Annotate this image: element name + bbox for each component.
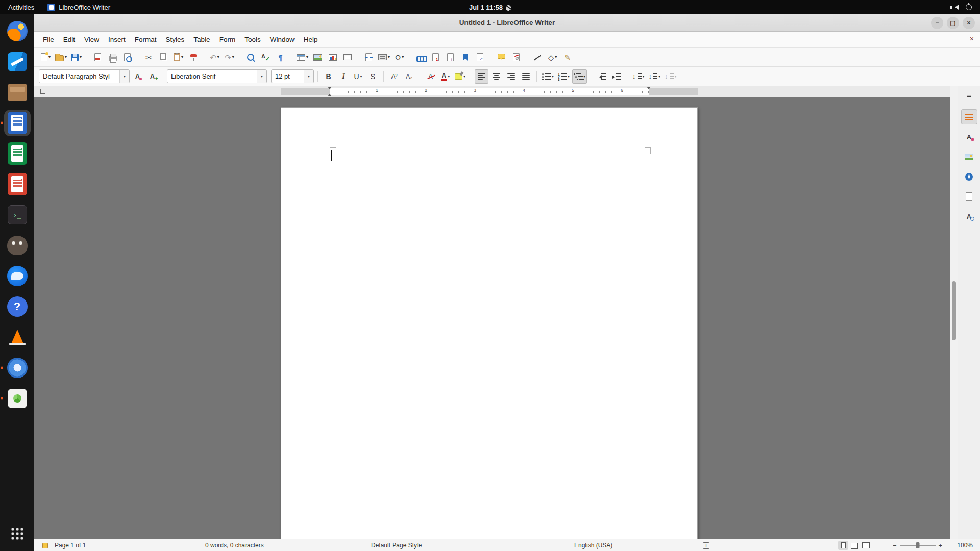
- dropdown-arrow-icon[interactable]: ▾: [304, 70, 313, 83]
- dropdown-arrow-icon[interactable]: ▾: [232, 55, 234, 59]
- insert-hyperlink-button[interactable]: [414, 50, 428, 64]
- zoom-out-icon[interactable]: −: [893, 542, 897, 549]
- new-style-button[interactable]: A: [145, 69, 159, 84]
- dropdown-arrow-icon[interactable]: ▾: [257, 70, 266, 83]
- insert-comment-button[interactable]: [495, 50, 508, 64]
- dock-libreoffice-writer[interactable]: [4, 110, 31, 136]
- dropdown-arrow-icon[interactable]: ▾: [65, 55, 67, 59]
- highlight-color-button[interactable]: ▾: [453, 69, 467, 84]
- menu-table[interactable]: Table: [189, 33, 214, 46]
- formatting-marks-button[interactable]: ¶: [274, 50, 287, 64]
- menu-edit[interactable]: Edit: [59, 33, 80, 46]
- activities-button[interactable]: Activities: [0, 0, 42, 14]
- insert-footnote-button[interactable]: [429, 50, 443, 64]
- insert-bookmark-button[interactable]: [458, 50, 472, 64]
- volume-icon[interactable]: [952, 5, 959, 10]
- dock-software-store[interactable]: [4, 385, 31, 412]
- dropdown-arrow-icon[interactable]: ▾: [119, 70, 129, 83]
- tab-stop-selector[interactable]: [40, 89, 45, 94]
- decrease-indent-button[interactable]: [595, 69, 608, 84]
- font-name-combobox[interactable]: Liberation Serif ▾: [167, 69, 267, 83]
- save-status[interactable]: [42, 539, 48, 551]
- vertical-scrollbar[interactable]: [950, 86, 958, 539]
- insert-line-button[interactable]: [531, 50, 545, 64]
- undo-button[interactable]: ↶▾: [208, 50, 222, 64]
- dropdown-arrow-icon[interactable]: ▾: [217, 55, 219, 59]
- italic-button[interactable]: I: [336, 69, 350, 84]
- update-style-button[interactable]: A: [131, 69, 144, 84]
- zoom-slider-thumb[interactable]: [916, 542, 919, 548]
- dropdown-arrow-icon[interactable]: ▾: [463, 74, 465, 79]
- menu-window[interactable]: Window: [265, 33, 299, 46]
- cut-button[interactable]: ✂: [142, 50, 156, 64]
- dock-libreoffice-impress[interactable]: [4, 171, 31, 197]
- dock-files[interactable]: [4, 79, 31, 106]
- unordered-list-button[interactable]: ▾: [541, 69, 555, 84]
- decrease-paragraph-spacing-button[interactable]: ↕▾: [663, 69, 678, 84]
- menu-form[interactable]: Form: [215, 33, 240, 46]
- left-indent-marker[interactable]: [328, 87, 332, 91]
- superscript-button[interactable]: A²: [387, 69, 401, 84]
- ordered-list-button[interactable]: ▾: [556, 69, 571, 84]
- dropdown-arrow-icon[interactable]: ▾: [181, 55, 183, 59]
- outline-format-button[interactable]: ▾: [572, 69, 587, 84]
- insert-image-button[interactable]: [311, 50, 325, 64]
- align-left-button[interactable]: [475, 69, 488, 84]
- line-spacing-button[interactable]: ↕▾: [631, 69, 646, 84]
- dropdown-arrow-icon[interactable]: ▾: [643, 74, 645, 79]
- menu-format[interactable]: Format: [130, 33, 161, 46]
- page-style[interactable]: Default Page Style: [371, 539, 422, 551]
- dropdown-arrow-icon[interactable]: ▾: [388, 55, 390, 59]
- sidebar-tab-properties[interactable]: [961, 109, 977, 124]
- sidebar-tab-page[interactable]: [961, 189, 977, 204]
- horizontal-ruler[interactable]: 1 2 3 4 5 6: [34, 86, 950, 97]
- insert-text-box-button[interactable]: [340, 50, 354, 64]
- open-button[interactable]: ▾: [54, 50, 68, 64]
- zoom-level[interactable]: 100%: [957, 539, 973, 551]
- dock-gimp[interactable]: [4, 232, 31, 259]
- show-draw-functions-button[interactable]: ✎: [560, 50, 574, 64]
- dropdown-arrow-icon[interactable]: ▾: [555, 55, 557, 59]
- dock-thunderbird[interactable]: [4, 263, 31, 289]
- left-margin-marker[interactable]: [328, 92, 332, 96]
- selection-mode[interactable]: I: [703, 539, 709, 551]
- insert-chart-button[interactable]: [326, 50, 339, 64]
- menu-file[interactable]: File: [38, 33, 59, 46]
- insert-cross-reference-button[interactable]: [473, 50, 487, 64]
- dock-vlc[interactable]: [4, 324, 31, 350]
- dropdown-arrow-icon[interactable]: ▾: [80, 55, 82, 59]
- show-applications-button[interactable]: [4, 520, 31, 547]
- font-color-button[interactable]: A▾: [438, 69, 452, 84]
- menu-tools[interactable]: Tools: [240, 33, 265, 46]
- justified-button[interactable]: [519, 69, 533, 84]
- document-page[interactable]: [281, 107, 698, 539]
- dropdown-arrow-icon[interactable]: ▾: [552, 74, 554, 79]
- dropdown-arrow-icon[interactable]: ▾: [360, 74, 362, 79]
- sidebar-tab-style-inspector[interactable]: A: [961, 209, 977, 224]
- strikethrough-button[interactable]: S: [366, 69, 380, 84]
- book-view-button[interactable]: [861, 541, 871, 550]
- zoom-in-icon[interactable]: +: [939, 542, 943, 549]
- align-right-button[interactable]: [504, 69, 518, 84]
- subscript-button[interactable]: A₂: [402, 69, 416, 84]
- sidebar-tab-gallery[interactable]: [961, 149, 977, 164]
- basic-shapes-button[interactable]: ◇▾: [546, 50, 559, 64]
- maximize-button[interactable]: ▢: [947, 17, 959, 29]
- increase-paragraph-spacing-button[interactable]: ↕▾: [647, 69, 663, 84]
- insert-endnote-button[interactable]: [444, 50, 457, 64]
- zoom-slider[interactable]: − +: [893, 539, 942, 551]
- bold-button[interactable]: B: [322, 69, 335, 84]
- find-replace-button[interactable]: [244, 50, 258, 64]
- insert-field-button[interactable]: ▾: [377, 50, 391, 64]
- clock-menu[interactable]: Jul 1 11:58: [469, 0, 511, 14]
- dropdown-arrow-icon[interactable]: ▾: [448, 74, 450, 79]
- font-size-combobox[interactable]: 12 pt ▾: [271, 69, 314, 83]
- text-language[interactable]: English (USA): [574, 539, 612, 551]
- dock-help[interactable]: ?: [4, 293, 31, 320]
- print-button[interactable]: [106, 50, 119, 64]
- redo-button[interactable]: ↷▾: [223, 50, 236, 64]
- copy-button[interactable]: [157, 50, 170, 64]
- dropdown-arrow-icon[interactable]: ▾: [568, 74, 570, 79]
- paste-button[interactable]: ▾: [172, 50, 185, 64]
- print-preview-button[interactable]: [120, 50, 134, 64]
